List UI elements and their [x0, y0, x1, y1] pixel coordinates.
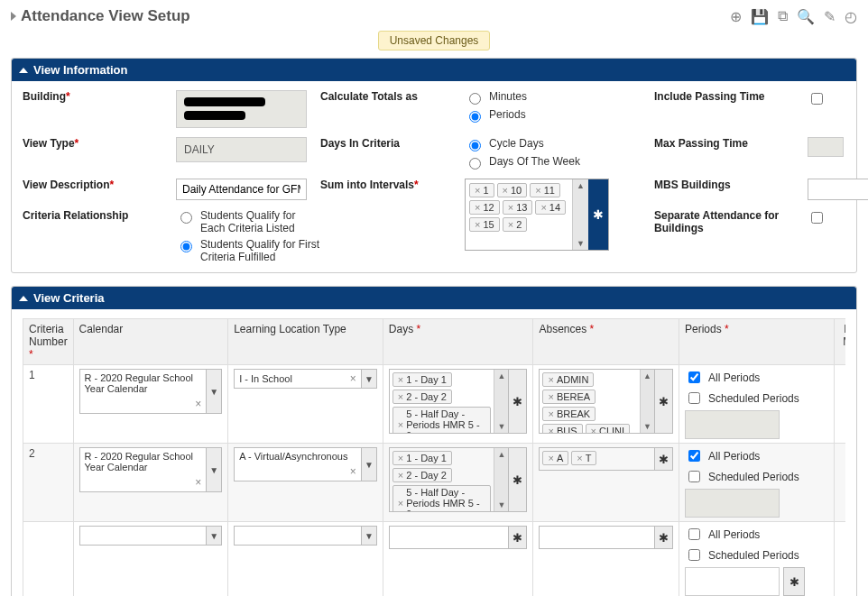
tag[interactable]: ×T: [571, 451, 596, 465]
interval-tag[interactable]: ×2: [503, 217, 528, 232]
tag[interactable]: ×BREAK: [542, 407, 596, 421]
sum-intervals-multiselect[interactable]: ×1×10×11×12×13×14×15×2 ▲▼ ✱: [465, 179, 609, 251]
add-icon[interactable]: ⊕: [730, 8, 742, 25]
scrollbar[interactable]: ▲▼: [572, 179, 588, 250]
chevron-down-icon[interactable]: ▼: [361, 369, 377, 389]
interval-tag[interactable]: ×11: [530, 183, 560, 197]
view-information-header[interactable]: View Information: [12, 59, 856, 81]
scrollbar[interactable]: ▲▼: [494, 448, 508, 511]
criteria-each-radio[interactable]: [180, 212, 192, 224]
tag[interactable]: ×1 - Day 1: [392, 372, 452, 387]
scrollbar[interactable]: ▲▼: [494, 370, 508, 433]
chevron-down-icon[interactable]: ▼: [361, 526, 377, 546]
days-week-radio[interactable]: [469, 158, 481, 170]
remove-tag-icon[interactable]: ×: [591, 426, 596, 433]
max-passing-time-field[interactable]: [808, 137, 844, 157]
remove-tag-icon[interactable]: ×: [540, 202, 546, 213]
separate-attendance-checkbox[interactable]: [811, 212, 823, 224]
remove-tag-icon[interactable]: ×: [508, 202, 513, 213]
view-description-input[interactable]: [176, 179, 307, 200]
view-criteria-header[interactable]: View Criteria: [12, 287, 856, 309]
multiselect[interactable]: ×1 - Day 1×2 - Day 2×5 - Half Day - Peri…: [389, 369, 528, 434]
combo-select[interactable]: I - In School×▼: [234, 369, 377, 389]
tag[interactable]: ×BEREA: [542, 390, 596, 404]
combo-select[interactable]: R - 2020 Regular School Year Calendar×▼: [79, 369, 223, 414]
page-collapse-caret[interactable]: [11, 12, 16, 21]
tag[interactable]: ×A: [542, 451, 568, 465]
remove-tag-icon[interactable]: ×: [548, 408, 553, 419]
picker-button[interactable]: ✱: [654, 448, 672, 470]
search-icon[interactable]: 🔍: [797, 8, 815, 25]
calc-totals-minutes-radio[interactable]: [469, 93, 481, 105]
remove-tag-icon[interactable]: ×: [548, 453, 553, 463]
interval-tag[interactable]: ×1: [469, 183, 494, 197]
tag[interactable]: ×ADMIN: [542, 372, 594, 387]
remove-tag-icon[interactable]: ×: [398, 391, 403, 402]
picker-button[interactable]: ✱: [508, 448, 526, 511]
tag[interactable]: ×CLINI: [586, 424, 631, 433]
history-icon[interactable]: ◴: [845, 8, 857, 25]
save-icon[interactable]: 💾: [751, 8, 769, 25]
sum-intervals-add-button[interactable]: ✱: [588, 179, 608, 250]
remove-tag-icon[interactable]: ×: [508, 219, 513, 230]
tag[interactable]: ×2 - Day 2: [392, 390, 452, 404]
remove-tag-icon[interactable]: ×: [398, 374, 403, 385]
interval-tag[interactable]: ×15: [469, 217, 500, 232]
remove-tag-icon[interactable]: ×: [398, 470, 403, 481]
all-periods-checkbox[interactable]: [688, 528, 700, 540]
calc-totals-periods-radio[interactable]: [469, 111, 481, 123]
chevron-down-icon[interactable]: ▼: [361, 447, 377, 481]
edit-icon[interactable]: ✎: [824, 8, 836, 25]
scheduled-periods-checkbox[interactable]: [688, 471, 700, 482]
tag[interactable]: ×5 - Half Day - Periods HMR 5 - 9: [392, 485, 492, 511]
remove-tag-icon[interactable]: ×: [398, 453, 403, 463]
tag[interactable]: ×BUS: [542, 424, 582, 433]
clear-icon[interactable]: ×: [350, 465, 356, 478]
tag[interactable]: ×1 - Day 1: [392, 451, 452, 465]
remove-tag-icon[interactable]: ×: [398, 419, 403, 430]
multiselect[interactable]: ✱: [389, 526, 528, 549]
picker-button[interactable]: ✱: [654, 370, 672, 433]
chevron-down-icon[interactable]: ▼: [206, 526, 222, 546]
multiselect[interactable]: ×ADMIN×BEREA×BREAK×BUS×CLINI▲▼✱: [539, 369, 673, 434]
remove-tag-icon[interactable]: ×: [398, 498, 403, 509]
tag[interactable]: ×2 - Day 2: [392, 468, 452, 482]
combo-select[interactable]: R - 2020 Regular School Year Calendar×▼: [79, 447, 223, 492]
combo-select[interactable]: ▼: [234, 526, 377, 546]
remove-tag-icon[interactable]: ×: [548, 374, 553, 385]
picker-button[interactable]: ✱: [654, 527, 672, 548]
days-cycle-radio[interactable]: [469, 140, 481, 151]
all-periods-checkbox[interactable]: [688, 450, 700, 462]
interval-tag[interactable]: ×12: [469, 200, 500, 215]
all-periods-checkbox[interactable]: [688, 371, 700, 383]
remove-tag-icon[interactable]: ×: [548, 426, 553, 433]
remove-tag-icon[interactable]: ×: [535, 185, 540, 196]
chevron-down-icon[interactable]: ▼: [206, 447, 222, 492]
remove-tag-icon[interactable]: ×: [577, 453, 582, 463]
interval-tag[interactable]: ×13: [503, 200, 533, 215]
clear-icon[interactable]: ×: [350, 372, 356, 385]
chevron-down-icon[interactable]: ▼: [206, 369, 222, 414]
clear-icon[interactable]: ×: [195, 476, 201, 489]
periods-input[interactable]: [685, 567, 780, 596]
combo-select[interactable]: ▼: [79, 526, 223, 546]
clear-icon[interactable]: ×: [195, 398, 201, 410]
mbs-buildings-input[interactable]: [808, 179, 868, 200]
tag[interactable]: ×5 - Half Day - Periods HMR 5 - 9: [392, 407, 492, 433]
interval-tag[interactable]: ×10: [497, 183, 528, 197]
remove-tag-icon[interactable]: ×: [475, 202, 480, 213]
copy-icon[interactable]: ⧉: [778, 8, 788, 25]
picker-button[interactable]: ✱: [508, 527, 526, 548]
periods-picker-button[interactable]: ✱: [783, 567, 805, 596]
remove-tag-icon[interactable]: ×: [548, 391, 553, 402]
include-passing-time-checkbox[interactable]: [811, 93, 823, 105]
picker-button[interactable]: ✱: [508, 370, 526, 433]
remove-tag-icon[interactable]: ×: [475, 219, 480, 230]
scheduled-periods-checkbox[interactable]: [688, 392, 700, 404]
interval-tag[interactable]: ×14: [535, 200, 566, 215]
multiselect[interactable]: ×A×T✱: [539, 447, 673, 471]
remove-tag-icon[interactable]: ×: [503, 185, 508, 196]
remove-tag-icon[interactable]: ×: [475, 185, 480, 196]
combo-select[interactable]: A - Virtual/Asynchronous×▼: [234, 447, 377, 481]
scrollbar[interactable]: ▲▼: [640, 370, 654, 433]
